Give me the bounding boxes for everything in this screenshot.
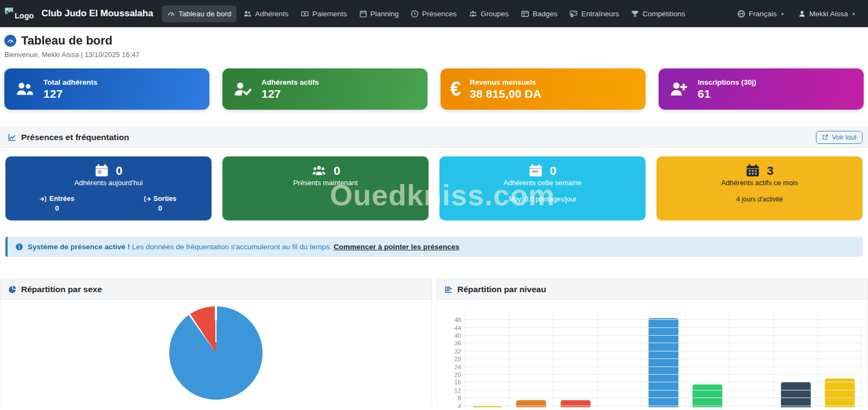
user-check-icon [232, 80, 253, 98]
stat-card-total-adherents: Total adhérents 127 [4, 68, 209, 110]
calendar-day-icon [94, 163, 109, 178]
brand-title[interactable]: Club Judo El Moussalaha [41, 8, 153, 19]
gender-chart-header: Répartition par sexe [1, 279, 431, 300]
presence-section-header: Présences et fréquentation Voir tout [0, 127, 868, 148]
gridline [465, 367, 862, 367]
bar [560, 400, 590, 407]
level-bar-chart: 4812162024283236404448 [465, 311, 862, 407]
bar [516, 400, 546, 407]
gender-chart-card: Répartition par sexe [0, 279, 432, 407]
external-link-icon [822, 134, 828, 141]
bar [473, 406, 502, 407]
view-all-button[interactable]: Voir tout [816, 131, 863, 144]
nav-item-entraineurs[interactable]: Entraîneurs [564, 5, 624, 22]
start-pointing-link[interactable]: Commencer à pointer les présences [334, 243, 459, 251]
gender-chart-title: Répartition par sexe [21, 285, 102, 294]
welcome-subtitle: Bienvenue, Mekki Aissa | 13/10/2025 16:4… [4, 51, 864, 59]
page-title: Tableau de bord [21, 34, 112, 48]
nav-item-paiements[interactable]: Paiements [295, 5, 353, 22]
presence-alert: Système de présence activé ! Les données… [5, 237, 863, 257]
y-axis-tick: 16 [443, 379, 461, 386]
people-group-icon [311, 163, 327, 178]
bar [825, 379, 854, 407]
clock-icon [411, 10, 419, 18]
level-chart-title: Répartition par niveau [457, 285, 546, 294]
chevron-down-icon: ▾ [852, 11, 855, 17]
gridline [465, 351, 862, 351]
tachometer-icon [167, 10, 175, 18]
level-chart-card: Répartition par niveau 48121620242832364… [436, 279, 868, 407]
y-axis-tick: 20 [443, 371, 461, 379]
chalkboard-teacher-icon [569, 10, 578, 18]
alert-text: Les données de fréquentation s'accumuler… [132, 243, 331, 251]
nav-item-planning[interactable]: Planning [354, 5, 405, 22]
users-icon [14, 80, 35, 98]
stat-card-inscriptions: Inscriptions (30j) 61 [659, 68, 864, 110]
level-chart-header: Répartition par niveau [437, 279, 867, 300]
gridline [465, 319, 862, 320]
charts-row: Répartition par sexe Répartition par niv… [0, 279, 868, 407]
presence-cards: 0 Adhérents aujourd'hui Entrées 0 Sortie… [0, 148, 868, 229]
presence-section-title: Présences et fréquentation [21, 133, 129, 142]
language-dropdown[interactable]: Français ▾ [737, 10, 784, 18]
gridline [465, 406, 862, 406]
sign-out-icon [144, 195, 151, 203]
pie-chart-icon [8, 285, 17, 294]
y-axis-tick: 8 [443, 394, 461, 402]
user-icon [798, 10, 806, 18]
presence-card-now: 0 Présents maintenant [222, 156, 429, 220]
logo[interactable]: Logo [4, 7, 34, 20]
id-table-icon [521, 10, 529, 18]
nav-item-dashboard[interactable]: Tableau de bord [162, 5, 237, 22]
line-chart-icon [8, 133, 17, 142]
presence-section: Présences et fréquentation Voir tout 0 A… [0, 127, 868, 257]
y-axis-tick: 44 [443, 324, 461, 332]
broken-image-icon [4, 7, 14, 15]
level-chart-body: 4812162024283236404448 [437, 300, 867, 407]
y-axis-tick: 28 [443, 355, 461, 363]
gridline [465, 390, 862, 390]
bar [781, 382, 810, 407]
globe-icon [737, 10, 745, 18]
gridline [465, 382, 862, 382]
euro-icon: € [450, 79, 461, 99]
gender-chart-body [1, 306, 431, 407]
bar [693, 384, 723, 407]
presence-card-today: 0 Adhérents aujourd'hui Entrées 0 Sortie… [5, 156, 212, 220]
logo-alt-text: Logo [15, 11, 34, 20]
gridline [465, 327, 862, 328]
navbar-right: Français ▾ Mekki Aissa ▾ [737, 10, 855, 18]
people-group-icon [469, 10, 477, 18]
stat-card-revenus: € Revenus mensuels 38 815,00 DA [441, 68, 646, 110]
calendar-icon [359, 10, 367, 18]
y-axis-tick: 36 [443, 339, 461, 347]
calendar-month-icon [745, 163, 760, 178]
bar-chart-icon [444, 285, 453, 294]
gridline [465, 398, 862, 398]
sign-in-icon [40, 195, 47, 203]
alert-bold-text: Système de présence activé ! [28, 243, 130, 251]
exits-block: Sorties 0 [108, 195, 212, 212]
money-icon [301, 10, 309, 18]
presence-card-month: 3 Adhérents actifs ce mois 4 jours d'act… [656, 156, 863, 220]
y-axis-tick: 48 [443, 316, 461, 324]
gridline [465, 343, 862, 343]
nav-item-presences[interactable]: Présences [405, 5, 462, 22]
y-axis-tick: 4 [443, 402, 461, 407]
nav-item-groupes[interactable]: Groupes [463, 5, 514, 22]
gridline [465, 358, 862, 359]
page-header: Tableau de bord Bienvenue, Mekki Aissa |… [4, 34, 864, 59]
nav-item-competitions[interactable]: Compétitions [626, 5, 691, 22]
stats-row: Total adhérents 127 Adhérents actifs 127… [4, 68, 864, 110]
info-circle-icon [15, 243, 23, 251]
y-axis-tick: 32 [443, 348, 461, 355]
dashboard-gauge-icon [4, 35, 16, 47]
trophy-icon [631, 10, 639, 18]
user-plus-icon [668, 80, 689, 98]
nav-item-adherents[interactable]: Adhérents [238, 5, 294, 22]
calendar-week-icon [528, 163, 543, 178]
y-axis-tick: 24 [443, 363, 461, 371]
navbar: Logo Club Judo El Moussalaha Tableau de … [0, 0, 868, 27]
user-dropdown[interactable]: Mekki Aissa ▾ [798, 10, 855, 18]
nav-item-badges[interactable]: Badges [515, 5, 563, 22]
